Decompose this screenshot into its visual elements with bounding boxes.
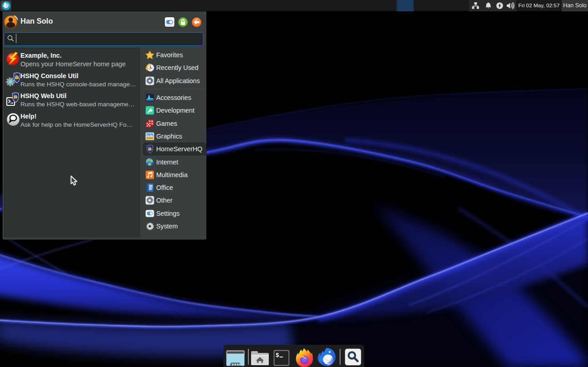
svg-text:$: $ bbox=[276, 352, 279, 359]
